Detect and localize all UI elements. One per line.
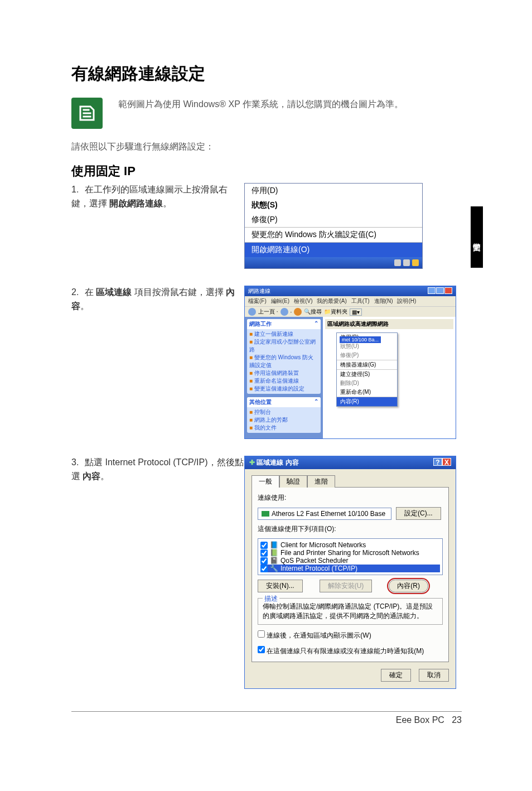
description-group: 描述 傳輸控制通訊協定/網際網路通訊協定 (TCP/IP)。這是預設的廣域網路通…: [258, 598, 443, 625]
step-3-text: 3.點選 Internet Protocol (TCP/IP)，然後點選 內容。: [71, 456, 244, 484]
menu-item-status[interactable]: 狀態(S): [245, 198, 422, 213]
context-menu: 停用(B) 狀態(U) 修復(P) 橋接器連線(G) 建立捷徑(S) 刪除(D)…: [336, 332, 398, 407]
cancel-button[interactable]: 取消: [419, 669, 449, 682]
tasks-panel: 網路工作⌃ 建立一個新連線 設定家用或小型辦公室網路 變更您的 Windows …: [247, 319, 321, 394]
checkbox[interactable]: [260, 565, 268, 572]
step-1: 1.在工作列的區域連線圖示上按滑鼠右鍵，選擇 開啟網路連線。 停用(D) 狀態(…: [71, 183, 462, 269]
task-link[interactable]: 設定家用或小型辦公室網路: [249, 338, 318, 354]
checkbox[interactable]: [260, 542, 268, 549]
list-item-tcpip[interactable]: 🔧Internet Protocol (TCP/IP): [260, 565, 440, 572]
tab-auth[interactable]: 驗證: [279, 475, 307, 488]
menu-help[interactable]: 說明(H): [397, 298, 416, 304]
screenshot-2-network-window: 網路連線 檔案(F)編輯(E)檢視(V)我的最愛(A)工具(T)進階(N)說明(…: [244, 286, 456, 439]
menubar: 檔案(F)編輯(E)檢視(V)我的最愛(A)工具(T)進階(N)說明(H): [245, 296, 456, 306]
menu-item-firewall[interactable]: 變更您的 Windows 防火牆設定值(C): [245, 227, 422, 242]
group-label: 描述: [263, 594, 279, 604]
ctx-shortcut[interactable]: 建立捷徑(S): [337, 370, 397, 379]
use-label: 連線使用:: [258, 493, 443, 503]
collapse-icon[interactable]: ⌃: [314, 320, 318, 328]
document-page: 有線網路連線設定 範例圖片為使用 Windows® XP 作業系統，請以您購買的…: [71, 62, 462, 725]
section-heading: 使用固定 IP: [71, 163, 462, 180]
show-icon-checkbox[interactable]: 連線後，在通知區域內顯示圖示(W): [258, 631, 371, 639]
places-panel: 其他位置⌃ 控制台 網路上的芳鄰 我的文件: [247, 397, 321, 433]
task-link[interactable]: 變更您的 Windows 防火牆設定值: [249, 354, 318, 369]
ctx-bridge[interactable]: 橋接器連線(G): [337, 360, 397, 369]
ok-button[interactable]: 確定: [381, 669, 411, 682]
up-icon[interactable]: [294, 308, 302, 316]
group-header: 區域網路或高速網際網路: [325, 319, 453, 329]
tab-general[interactable]: 一般: [252, 475, 279, 488]
place-link[interactable]: 我的文件: [249, 424, 318, 432]
ctx-properties[interactable]: 內容(R): [337, 397, 397, 406]
properties-button[interactable]: 內容(R): [389, 580, 428, 592]
note-text: 範例圖片為使用 Windows® XP 作業系統，請以您購買的機台圖片為準。: [118, 98, 462, 111]
intro-text: 請依照以下步驟進行無線網路設定：: [71, 141, 462, 153]
back-icon[interactable]: [248, 308, 256, 316]
search-button[interactable]: 🔍搜尋: [304, 308, 322, 316]
task-link[interactable]: 建立一個新連線: [249, 330, 318, 338]
step-number: 1.: [71, 183, 85, 197]
list-item[interactable]: 📘Client for Microsoft Networks: [260, 541, 440, 549]
task-link[interactable]: 停用這個網路裝置: [249, 369, 318, 377]
menu-item-open-connections[interactable]: 開啟網路連線(O): [245, 242, 422, 257]
tab-adv[interactable]: 進階: [307, 475, 335, 488]
step-3: 3.點選 Internet Protocol (TCP/IP)，然後點選 內容。…: [71, 456, 462, 689]
page-rule: [71, 711, 462, 712]
window-title: 網路連線: [248, 287, 270, 295]
adapter-name: Atheros L2 Fast Ethernet 10/100 Base: [272, 510, 385, 518]
menu-view[interactable]: 檢視(V): [294, 298, 312, 304]
window-buttons: [427, 287, 452, 295]
dialog-title: 區域連線 內容: [257, 459, 298, 466]
side-panel: 網路工作⌃ 建立一個新連線 設定家用或小型辦公室網路 變更您的 Windows …: [245, 317, 323, 438]
step-2-text: 2.在 區域連線 項目按滑鼠右鍵，選擇 內容。: [71, 286, 244, 313]
dialog-titlebar: ✚ 區域連線 內容 ?X: [245, 456, 456, 469]
components-list: 📘Client for Microsoft Networks 📗File and…: [258, 538, 443, 575]
menu-tools[interactable]: 工具(T): [351, 298, 370, 304]
panel-header: 網路工作: [249, 320, 272, 328]
adapter-icon: [262, 511, 269, 517]
help-button[interactable]: ?: [433, 458, 442, 466]
list-label: 這個連線使用下列項目(O):: [258, 524, 443, 534]
menu-adv[interactable]: 進階(N): [374, 298, 393, 304]
screenshot-1-context-menu: 停用(D) 狀態(S) 修復(P) 變更您的 Windows 防火牆設定值(C)…: [244, 183, 423, 269]
config-button[interactable]: 設定(C)...: [396, 507, 441, 520]
collapse-icon[interactable]: ⌃: [314, 398, 318, 406]
ctx-delete[interactable]: 刪除(D): [337, 379, 397, 388]
ctx-rename[interactable]: 重新命名(M): [337, 388, 397, 397]
device-label: met 10/100 Ba...: [340, 336, 381, 343]
task-link[interactable]: 變更這個連線的設定: [249, 385, 318, 393]
menu-edit[interactable]: 編輯(E): [271, 298, 289, 304]
page-footer: Eee Box PC 23: [71, 715, 462, 725]
close-button[interactable]: X: [442, 458, 451, 466]
fwd-icon[interactable]: [280, 308, 288, 316]
close-button[interactable]: [444, 287, 452, 294]
view-button[interactable]: ▦▾: [350, 308, 362, 316]
page-title: 有線網路連線設定: [71, 62, 462, 85]
checkbox[interactable]: [260, 557, 268, 565]
install-button[interactable]: 安裝(N)...: [258, 580, 303, 592]
menu-item-repair[interactable]: 修復(P): [245, 213, 422, 227]
list-item[interactable]: 📗File and Printer Sharing for Microsoft …: [260, 549, 440, 557]
menu-fav[interactable]: 我的最愛(A): [317, 298, 346, 304]
side-tab: 繁體中文: [471, 206, 483, 268]
place-link[interactable]: 控制台: [249, 408, 318, 416]
uninstall-button: 解除安裝(U): [320, 580, 373, 592]
checkbox[interactable]: [260, 549, 268, 557]
menu-item-disable[interactable]: 停用(D): [245, 184, 422, 198]
minimize-button[interactable]: [428, 287, 436, 294]
menu-file[interactable]: 檔案(F): [248, 298, 267, 304]
step-2: 2.在 區域連線 項目按滑鼠右鍵，選擇 內容。 網路連線 檔案(F)編輯(E)檢…: [71, 286, 462, 439]
task-link[interactable]: 重新命名這個連線: [249, 377, 318, 385]
place-link[interactable]: 網路上的芳鄰: [249, 416, 318, 424]
notify-checkbox[interactable]: 在這個連線只有有限連線或沒有連線能力時通知我(M): [258, 647, 424, 655]
step-number: 2.: [71, 286, 85, 300]
ctx-status[interactable]: 狀態(U): [337, 342, 397, 351]
main-pane: 區域網路或高速網際網路 停用(B) 狀態(U) 修復(P) 橋接器連線(G) 建…: [323, 317, 456, 438]
list-item[interactable]: 📓QoS Packet Scheduler: [260, 557, 440, 565]
ctx-repair[interactable]: 修復(P): [337, 351, 397, 360]
panel-header: 其他位置: [249, 398, 272, 406]
footer-page: 23: [452, 715, 462, 725]
toolbar: 上一頁 · · 🔍搜尋 📁資料夾 ▦▾: [245, 306, 456, 317]
folders-button[interactable]: 📁資料夾: [324, 308, 347, 316]
maximize-button[interactable]: [436, 287, 444, 294]
